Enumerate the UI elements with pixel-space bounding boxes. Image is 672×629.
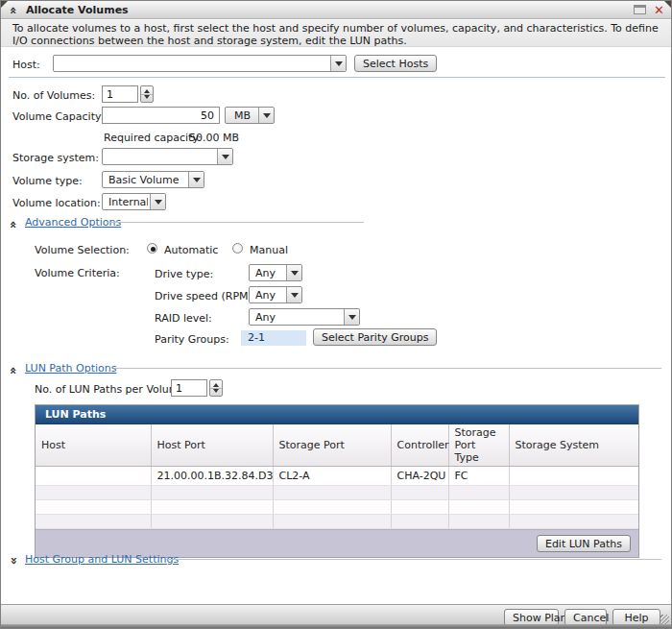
drive-speed-select[interactable]: Any	[249, 286, 302, 303]
spin-up-icon[interactable]	[213, 383, 219, 387]
raid-level-label: RAID level:	[155, 312, 212, 325]
spin-down-icon[interactable]	[144, 95, 150, 99]
table-cell	[509, 500, 638, 515]
expand-section-icon[interactable]: «	[10, 555, 17, 568]
table-cell	[151, 500, 273, 515]
radio-manual[interactable]	[232, 243, 243, 254]
edit-lun-paths-button[interactable]: Edit LUN Paths	[537, 535, 631, 552]
select-hosts-button[interactable]: Select Hosts	[354, 55, 437, 72]
table-cell	[36, 515, 151, 529]
divider	[107, 222, 364, 223]
column-header-storage-port[interactable]: Storage Port	[273, 424, 391, 467]
radio-automatic[interactable]	[147, 243, 157, 254]
table-row[interactable]: 21.00.00.1B.32.84.D3.DDCL2-ACHA-2QUFC	[36, 467, 638, 486]
raid-level-value: Any	[255, 311, 342, 324]
column-header-storage-port-type[interactable]: Storage Port Type	[448, 424, 509, 467]
lun-paths-per-volume-label: No. of LUN Paths per Volume:	[35, 383, 189, 396]
table-cell	[391, 486, 448, 500]
capacity-unit-value: MB	[234, 109, 256, 122]
table-cell	[509, 467, 638, 486]
column-header-controller[interactable]: Controller	[391, 424, 448, 467]
window-bottom-edge	[1, 624, 671, 628]
table-cell	[151, 515, 273, 529]
spin-down-icon[interactable]	[213, 389, 219, 393]
volume-type-label: Volume type:	[12, 175, 83, 187]
dialog-footer: Show Plan Cancel Help	[1, 604, 671, 626]
chevron-down-icon	[188, 172, 204, 187]
volume-location-label: Volume location:	[12, 197, 101, 209]
chevron-down-icon	[258, 108, 274, 123]
drive-speed-label: Drive speed (RPM):	[155, 290, 256, 302]
radio-manual-label[interactable]: Manual	[250, 244, 288, 256]
required-capacity-label: Required capacity:	[104, 132, 202, 144]
raid-level-select[interactable]: Any	[249, 308, 360, 326]
table-cell: FC	[448, 467, 509, 486]
maximize-icon[interactable]	[634, 5, 646, 14]
volume-capacity-input[interactable]	[102, 107, 220, 124]
table-cell	[273, 486, 391, 500]
table-cell	[448, 515, 509, 529]
window-corner-decoration	[1, 1, 8, 8]
num-volumes-input[interactable]	[102, 85, 138, 103]
drive-type-value: Any	[255, 267, 284, 279]
collapse-section-icon[interactable]: «	[10, 365, 17, 377]
spinner-buttons[interactable]	[140, 85, 154, 103]
chevron-down-icon	[330, 56, 346, 71]
chevron-down-icon	[217, 149, 232, 164]
table-row[interactable]	[36, 486, 638, 500]
host-label: Host:	[12, 59, 40, 71]
parity-groups-label: Parity Groups:	[155, 333, 229, 346]
table-cell	[36, 500, 151, 515]
volume-selection-label: Volume Selection:	[35, 244, 130, 256]
lun-table-body: 21.00.00.1B.32.84.D3.DDCL2-ACHA-2QUFC	[36, 467, 638, 529]
table-cell	[273, 515, 391, 529]
host-group-lun-settings-link[interactable]: Host Group and LUN Settings	[25, 553, 179, 566]
num-volumes-label: No. of Volumes:	[12, 89, 95, 102]
capacity-unit-select[interactable]: MB	[225, 107, 275, 124]
resize-grip[interactable]	[660, 615, 669, 624]
spinner-buttons[interactable]	[209, 379, 223, 397]
storage-system-select[interactable]	[102, 148, 233, 165]
lun-paths-panel: LUN Paths Host Host Port Storage Port Co…	[35, 404, 639, 558]
lun-path-options-link[interactable]: LUN Path Options	[25, 362, 116, 375]
divider	[9, 77, 665, 78]
storage-system-label: Storage system:	[12, 152, 99, 164]
column-header-storage-system[interactable]: Storage System	[509, 424, 638, 467]
select-parity-groups-button[interactable]: Select Parity Groups	[313, 328, 437, 346]
close-icon[interactable]: ✕	[654, 3, 664, 17]
chevron-down-icon	[286, 287, 301, 302]
table-row[interactable]	[36, 515, 638, 529]
required-capacity-value: 50.00 MB	[189, 132, 239, 144]
table-row[interactable]	[36, 500, 638, 515]
volume-capacity-label: Volume Capacity:	[12, 110, 104, 123]
collapse-section-icon[interactable]: «	[10, 219, 17, 231]
dialog-title: Allocate Volumes	[26, 4, 129, 16]
lun-paths-table-title: LUN Paths	[36, 405, 638, 424]
spin-up-icon[interactable]	[144, 89, 150, 93]
table-cell	[391, 500, 448, 515]
window-corner-decoration	[664, 1, 671, 8]
host-select[interactable]	[53, 55, 347, 72]
title-bar: « Allocate Volumes ✕	[1, 1, 671, 19]
column-header-host[interactable]: Host	[36, 424, 151, 467]
collapse-dialog-icon[interactable]: «	[10, 5, 17, 17]
table-cell	[448, 486, 509, 500]
drive-type-select[interactable]: Any	[249, 264, 302, 281]
dialog-description: To allocate volumes to a host, first sel…	[1, 20, 671, 47]
table-cell	[391, 515, 448, 529]
volume-location-select[interactable]: Internal	[102, 193, 166, 210]
column-header-host-port[interactable]: Host Port	[151, 424, 273, 467]
volume-type-value: Basic Volume	[108, 174, 186, 186]
chevron-down-icon	[286, 265, 301, 280]
drive-speed-value: Any	[255, 289, 284, 302]
volume-type-select[interactable]: Basic Volume	[102, 171, 204, 188]
drive-type-label: Drive type:	[155, 268, 213, 280]
table-cell: CL2-A	[273, 467, 391, 486]
lun-paths-table: Host Host Port Storage Port Controller S…	[36, 424, 638, 529]
volume-location-value: Internal	[108, 196, 148, 208]
radio-automatic-label[interactable]: Automatic	[164, 244, 218, 256]
lun-paths-input[interactable]	[171, 379, 207, 397]
table-cell	[36, 486, 151, 500]
divider	[166, 559, 661, 560]
table-cell: 21.00.00.1B.32.84.D3.DD	[151, 467, 273, 486]
